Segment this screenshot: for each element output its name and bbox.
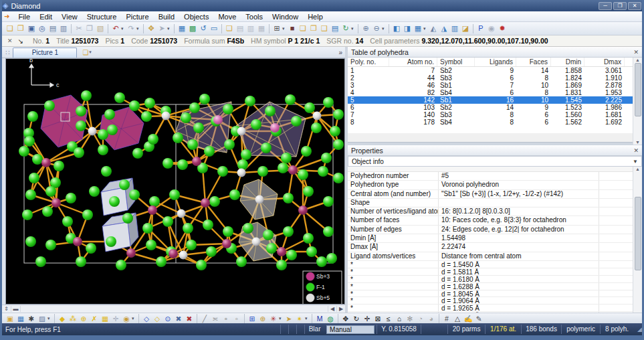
redo-dropdown-icon[interactable]: ▾ xyxy=(136,26,141,31)
structure-scene[interactable]: bcSb+3F-1Sb+5 xyxy=(6,59,344,304)
open-file-icon[interactable]: ❒ xyxy=(15,23,26,33)
radiation-dropdown-icon[interactable]: ▾ xyxy=(305,316,310,321)
new-picture-dropdown-icon[interactable]: ▾ xyxy=(89,50,92,55)
new-picture-icon[interactable]: ▦ xyxy=(177,23,187,33)
walk-mode-icon[interactable]: ✻ xyxy=(405,314,415,323)
pointer-mode-dropdown-icon[interactable]: ▾ xyxy=(167,26,172,31)
cut-icon[interactable]: ✂ xyxy=(74,23,84,33)
view-filter-dropdown-icon[interactable]: ▾ xyxy=(47,316,52,321)
destroy-red-icon[interactable]: ✖ xyxy=(184,314,195,323)
table-row[interactable]: 8178Sb4861.5621.692 xyxy=(348,118,633,126)
property-row[interactable]: Number of faces10: Faces code, e.g. 8{3:… xyxy=(348,216,633,225)
property-row[interactable]: *d = 1.8045 Å xyxy=(348,290,633,298)
zoom-in-icon[interactable]: ⊕ xyxy=(360,23,371,33)
close-button[interactable]: ✕ xyxy=(628,2,641,10)
menu-picture[interactable]: Picture xyxy=(121,12,153,21)
properties-vertical-scrollbar[interactable]: ▲ ▼ xyxy=(633,167,642,320)
find-icon[interactable]: ◎ xyxy=(37,23,47,33)
move-all-icon[interactable]: ✥ xyxy=(340,314,351,323)
refresh-loop-dropdown-icon[interactable]: ▾ xyxy=(351,26,356,31)
star-vertex-dropdown-icon[interactable]: ▾ xyxy=(279,316,284,321)
property-row[interactable]: *d = 1.5450 Å xyxy=(348,261,633,268)
tab-picture-1[interactable]: Picture 1 xyxy=(13,48,77,58)
frame-b-icon[interactable]: ▥ xyxy=(245,23,256,33)
property-row[interactable]: Number of vertices/ligand atoms16: 8[0.1… xyxy=(348,207,633,216)
print-preview-icon[interactable]: ▤ xyxy=(47,23,58,33)
panel-left-icon[interactable]: ◧ xyxy=(391,23,402,33)
column-header-ligands[interactable]: Ligands xyxy=(475,58,516,66)
camera-b-icon[interactable]: ◕ xyxy=(426,314,437,323)
save-icon[interactable]: ▣ xyxy=(26,23,37,33)
folder-link-icon[interactable]: ❑ xyxy=(319,23,330,33)
panel-table-dropdown-icon[interactable]: ▾ xyxy=(423,26,428,31)
table-row[interactable]: 482Sb4681.8311.953 xyxy=(348,89,633,96)
zoom-frame-icon[interactable]: ⊠ xyxy=(372,314,383,323)
spin-control-icon[interactable]: ⇕ xyxy=(2,306,11,312)
object-info-dropdown[interactable]: Object info ▼ xyxy=(348,156,642,167)
property-row[interactable]: Shape xyxy=(348,199,633,207)
chart-b-icon[interactable]: ◮ xyxy=(439,23,449,33)
anchor-icon[interactable]: ✛ xyxy=(110,314,121,323)
table-scroll-thumb[interactable] xyxy=(635,63,641,116)
panel-table-icon[interactable]: ▦ xyxy=(413,23,423,33)
histogram-icon[interactable]: # xyxy=(441,314,452,323)
property-row[interactable]: *d = 1.9064 Å xyxy=(348,297,633,305)
paste-icon[interactable]: ▧ xyxy=(95,23,106,33)
print-icon[interactable]: ▥ xyxy=(58,23,69,33)
zoom-out-dropdown-icon[interactable]: ▾ xyxy=(382,26,387,31)
sphere-in-cell-icon[interactable]: ⊕ xyxy=(257,314,268,323)
globe-view-icon[interactable]: ◍ xyxy=(325,314,336,323)
resize-grip-icon[interactable]: ◢ xyxy=(633,326,644,333)
mode-input[interactable]: Manual xyxy=(326,325,374,334)
property-row[interactable]: Central atom (and number)"Sb1" [Sb (+3)]… xyxy=(348,190,633,199)
menu-edit[interactable]: Edit xyxy=(35,12,57,21)
hand-pick-icon[interactable]: ✍ xyxy=(463,314,473,323)
scroll-up-icon[interactable]: ▲ xyxy=(635,167,640,171)
picture-edit-icon[interactable]: ▦ xyxy=(15,314,26,323)
menu-move[interactable]: Move xyxy=(213,12,241,21)
radiation-icon[interactable]: ✴ xyxy=(294,314,305,323)
table-row[interactable]: 7140Sb3861.5601.681 xyxy=(348,111,633,118)
table-row[interactable]: 17Sb29141.8583.061 xyxy=(348,67,633,74)
menu-build[interactable]: Build xyxy=(154,12,179,21)
render-movie-icon[interactable]: ✹ xyxy=(497,23,508,33)
pointer-mode-icon[interactable]: ➤ xyxy=(156,23,167,33)
camera-icon[interactable]: ◉ xyxy=(486,23,497,33)
folder-new-icon[interactable]: ❏ xyxy=(298,23,308,33)
property-row[interactable]: Dmin [Å]1.54498 xyxy=(348,234,633,243)
column-header-poly-no-[interactable]: Poly. no. xyxy=(348,58,389,66)
frame-c-icon[interactable]: ▦ xyxy=(256,23,267,33)
tabstrip-grip-icon[interactable]: ∷ xyxy=(5,49,9,56)
picture-revert-icon[interactable]: ↺ xyxy=(198,23,209,33)
undo-dropdown-icon[interactable]: ▾ xyxy=(121,26,126,31)
scroll-left-icon[interactable]: ◀ xyxy=(328,306,336,312)
picture-settings-icon[interactable]: ▣ xyxy=(5,314,15,323)
cell-edit-icon[interactable]: ⊞ xyxy=(247,314,257,323)
build-tools-icon[interactable]: ✱ xyxy=(26,314,37,323)
picture-wizard-icon[interactable]: ▩ xyxy=(187,23,198,33)
menu-objects[interactable]: Objects xyxy=(179,12,213,21)
structure-canvas[interactable]: bcSb+3F-1Sb+5 xyxy=(5,58,345,305)
table-row[interactable]: 6103Sb21491.5231.986 xyxy=(348,104,633,111)
pan-icon[interactable]: ✥ xyxy=(146,23,156,33)
translate-view-icon[interactable]: ✛ xyxy=(362,314,372,323)
frame-a-icon[interactable]: ▤ xyxy=(235,23,245,33)
contact-a-icon[interactable]: ∘ xyxy=(221,314,231,323)
coordination-target-dropdown-icon[interactable]: ▾ xyxy=(132,316,136,321)
table-mode-icon[interactable]: ⊞ xyxy=(272,23,282,33)
property-row[interactable]: *d = 1.6288 Å xyxy=(348,283,633,290)
property-row[interactable]: *d = 1.6180 Å xyxy=(348,276,633,283)
atom-pair-icon[interactable]: ⊙ xyxy=(163,314,173,323)
splitter-button-icon[interactable]: ▬ xyxy=(11,306,21,312)
report-sheet-icon[interactable]: ▤ xyxy=(330,23,340,33)
menu-tools[interactable]: Tools xyxy=(241,12,267,21)
table-vertical-scrollbar[interactable]: ▲ ▼ xyxy=(633,58,642,145)
properties-p-icon[interactable]: P xyxy=(475,23,486,33)
property-row[interactable]: *d = 1.9265 Å xyxy=(348,305,633,312)
infobar-close-icon[interactable]: ✕ xyxy=(7,37,13,44)
home-view-icon[interactable]: ⌂ xyxy=(394,314,405,323)
table-row[interactable]: 244Sb3681.8241.910 xyxy=(348,74,633,82)
table-mode-dropdown-icon[interactable]: ▾ xyxy=(282,26,287,31)
new-picture-tab-icon[interactable]: ❏ xyxy=(82,49,88,56)
lamp-icon[interactable]: ◪ xyxy=(460,23,471,33)
